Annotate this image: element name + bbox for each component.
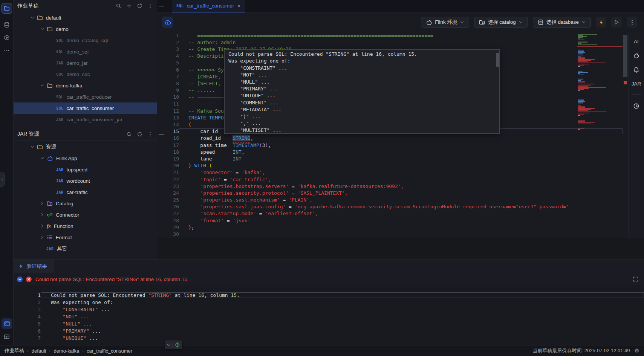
- flink-env-select[interactable]: Flink 环境: [421, 17, 469, 28]
- tree-item-demo-kafka[interactable]: demo-kafka: [14, 80, 157, 91]
- code-line-30[interactable]: 30: [157, 231, 623, 237]
- kebab-icon[interactable]: [147, 131, 153, 137]
- code-line-2[interactable]: 2-- Author: admin: [157, 39, 623, 46]
- chevron-right-icon[interactable]: [40, 212, 44, 217]
- validation-minimize-button[interactable]: —: [633, 263, 638, 269]
- validation-detail-editor[interactable]: 1Could not parse SQL: Encountered "STRIN…: [14, 285, 644, 345]
- chevron-down-icon[interactable]: [40, 156, 44, 160]
- tree-item-demo-cdc[interactable]: CDCdemo_cdc: [14, 69, 157, 80]
- nav-datasource-button[interactable]: [2, 20, 12, 30]
- breadcrumb-item-default[interactable]: default: [32, 348, 46, 354]
- tab-validation-result[interactable]: 验证结果: [14, 260, 54, 273]
- database-icon: [538, 19, 544, 25]
- tree-item-wordcount[interactable]: JARwordcount: [14, 175, 157, 186]
- code-line-29[interactable]: 29);: [157, 224, 623, 231]
- tree-item-connector[interactable]: Connector: [14, 209, 157, 220]
- chevron-down-icon[interactable]: [30, 15, 35, 20]
- editor-more-button[interactable]: [627, 17, 637, 28]
- chevron-right-icon[interactable]: [40, 224, 44, 228]
- settings-gear-icon[interactable]: ⚙: [635, 347, 639, 354]
- chevron-down-icon[interactable]: [40, 83, 44, 88]
- code-line-2[interactable]: 2Was expecting one of:: [14, 299, 644, 306]
- database-select[interactable]: 选择 database: [533, 17, 591, 28]
- tree-item-flink-app[interactable]: Flink App: [14, 153, 157, 164]
- result-table-button[interactable]: [2, 332, 12, 342]
- chevron-down-icon[interactable]: [30, 145, 35, 149]
- tree-item-catalog[interactable]: Catalog: [14, 198, 157, 209]
- validation-error-row[interactable]: Could not parse SQL: Encountered "STRING…: [14, 273, 644, 285]
- code-line-23[interactable]: 23 'properties.bootstrap.servers' = 'kaf…: [157, 183, 623, 189]
- history-button[interactable]: [633, 103, 639, 109]
- locate-target-icon[interactable]: [174, 342, 180, 348]
- tree-item-资源[interactable]: 资源: [14, 141, 157, 153]
- resources-panel-minimize-button[interactable]: —: [159, 131, 164, 136]
- sidebar-collapse-handle[interactable]: ‹: [0, 172, 5, 187]
- code-line-21[interactable]: 21 'connector' = 'kafka',: [157, 169, 623, 176]
- code-line-22[interactable]: 22 'topic' = 'car_traffic',: [157, 176, 623, 183]
- code-line-24[interactable]: 24 'properties.security.protocol' = 'SAS…: [157, 189, 623, 196]
- catalog-select[interactable]: 选择 catalog: [474, 17, 528, 28]
- code-line-19[interactable]: 19 lane INT: [157, 155, 623, 162]
- jar-panel-button[interactable]: JAR: [632, 81, 641, 87]
- nav-more-button[interactable]: [2, 45, 12, 56]
- ai-panel-button[interactable]: AI: [634, 39, 639, 44]
- tree-item-format[interactable]: Format: [14, 232, 157, 243]
- expand-icon[interactable]: [633, 276, 639, 283]
- tree-item-demo-catalog-sql[interactable]: SQLdemo_catalog_sql: [14, 35, 157, 46]
- code-line-27[interactable]: 27 'scan.startup.mode' = 'earliest-offse…: [157, 210, 623, 217]
- code-line-16[interactable]: 16 road_id STRING,: [157, 135, 623, 142]
- code-line-1[interactable]: 1-- ====================================…: [157, 32, 623, 39]
- code-line-28[interactable]: 28 'format' = 'json': [157, 217, 623, 224]
- chevron-down-icon[interactable]: [40, 27, 44, 31]
- tree-item-demo-sql[interactable]: SQLdemo_sql: [14, 46, 157, 57]
- code-line-3[interactable]: 3 "CONSTRAINT" ...: [14, 306, 644, 313]
- refresh-icon[interactable]: [137, 3, 142, 9]
- breadcrumb-item-作业草稿[interactable]: 作业草稿: [5, 347, 24, 354]
- tree-item-car-traffic-consumer[interactable]: SQLcar_traffic_consumer: [14, 102, 157, 114]
- code-line-25[interactable]: 25 'properties.sasl.mechanism' = 'PLAIN'…: [157, 197, 623, 203]
- console-button[interactable]: [2, 318, 12, 329]
- tab-close-icon[interactable]: ×: [237, 3, 240, 9]
- tree-item-其它[interactable]: JAR其它: [14, 243, 157, 254]
- tree-item-default[interactable]: default: [14, 12, 157, 23]
- tree-item-demo-jar[interactable]: JARdemo_jar: [14, 57, 157, 69]
- breadcrumb-item-car-traffic-consumer[interactable]: car_traffic_consumer: [87, 348, 132, 354]
- chevron-down-icon[interactable]: [167, 343, 171, 347]
- tree-item-car-traffic-consumer-jar[interactable]: JARcar_traffic_consumer_jar: [14, 114, 157, 125]
- notifications-button[interactable]: [633, 67, 639, 73]
- chevron-right-icon[interactable]: [40, 201, 44, 206]
- tree-item-demo[interactable]: demo: [14, 23, 157, 35]
- search-icon[interactable]: [116, 3, 121, 9]
- code-line-18[interactable]: 18 speed INT,: [157, 148, 623, 155]
- code-line-1[interactable]: 1Could not parse SQL: Encountered "STRIN…: [14, 292, 644, 299]
- flink-panel-button[interactable]: [633, 52, 639, 59]
- drafts-panel-minimize-button[interactable]: —: [159, 3, 164, 8]
- code-line-20[interactable]: 20) WITH (: [157, 162, 623, 169]
- plus-icon[interactable]: [126, 3, 132, 9]
- code-line-6[interactable]: 6 "PRIMARY" ...: [14, 327, 644, 335]
- tab-car-traffic-consumer[interactable]: SQL car_traffic_consumer ×: [172, 0, 245, 12]
- chevron-right-icon[interactable]: [40, 235, 44, 240]
- tree-item-car-traffic-producer[interactable]: SQLcar_traffic_producer: [14, 91, 157, 102]
- publish-button[interactable]: [162, 17, 173, 28]
- collapse-chevron-icon[interactable]: [17, 276, 23, 283]
- breadcrumb-item-demo-kafka[interactable]: demo-kafka: [54, 348, 79, 354]
- tree-item-topspeed[interactable]: JARtopspeed: [14, 164, 157, 175]
- nav-drafts-button[interactable]: [2, 3, 12, 14]
- tree-item-function[interactable]: fxFunction: [14, 220, 157, 232]
- run-button[interactable]: [611, 17, 622, 28]
- validate-button[interactable]: [596, 17, 606, 28]
- code-line-4[interactable]: 4 "NOT" ...: [14, 313, 644, 320]
- kebab-icon[interactable]: [147, 3, 153, 9]
- code-line-5[interactable]: 5 "NULL" ...: [14, 320, 644, 327]
- tree-item-car-traffic[interactable]: JARcar-traffic: [14, 186, 157, 198]
- tooltip-scrollbar-thumb[interactable]: [496, 53, 499, 67]
- code-line-26[interactable]: 26 'properties.sasl.jaas.config' = 'org.…: [157, 203, 623, 210]
- code-line-17[interactable]: 17 pass_time TIMESTAMP(3),: [157, 142, 623, 148]
- refresh-icon[interactable]: [137, 131, 142, 137]
- scrollbar-thumb[interactable]: [623, 35, 627, 77]
- editor-minimap[interactable]: [577, 32, 623, 238]
- search-icon[interactable]: [126, 131, 132, 137]
- code-line-7[interactable]: 7 "UNIQUE" ...: [14, 335, 644, 342]
- nav-run-button[interactable]: [2, 32, 12, 43]
